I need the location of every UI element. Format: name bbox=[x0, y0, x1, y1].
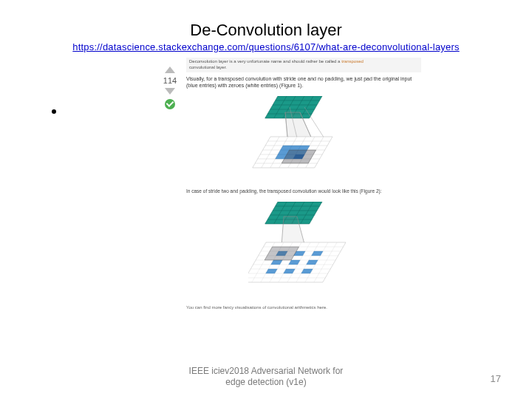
answer-end-text: You can find more fancy visualisations o… bbox=[186, 305, 421, 311]
figure-2-caption: In case of stride two and padding, the t… bbox=[186, 188, 421, 194]
answer-content: 114 Deconvolution layer is a very unfort… bbox=[163, 58, 421, 311]
footer-text: IEEE iciev2018 Adversarial Network for e… bbox=[0, 366, 532, 387]
answer-paragraph-1: Visually, for a transposed convolution w… bbox=[186, 75, 421, 89]
slide-title: De-Convolution layer bbox=[0, 21, 532, 40]
vote-count: 114 bbox=[159, 76, 181, 85]
source-link[interactable]: https://datascience.stackexchange.com/qu… bbox=[0, 41, 532, 52]
upvote-icon[interactable] bbox=[165, 66, 175, 73]
page-number: 17 bbox=[491, 373, 501, 384]
footer-line-2: edge detection (v1e) bbox=[225, 377, 306, 387]
answer-intro: Deconvolution layer is a very unfortunat… bbox=[186, 58, 421, 72]
figure-1 bbox=[186, 96, 421, 181]
vote-column: 114 bbox=[159, 65, 181, 109]
bullet-point bbox=[52, 109, 56, 114]
intro-highlight: transposed bbox=[341, 59, 364, 64]
accepted-check-icon bbox=[165, 99, 175, 109]
intro-text-a: Deconvolution layer is a very unfortunat… bbox=[189, 59, 341, 64]
downvote-icon[interactable] bbox=[165, 88, 175, 95]
figure-2 bbox=[186, 202, 421, 298]
answer-body: Deconvolution layer is a very unfortunat… bbox=[186, 58, 421, 311]
intro-text-c: convolutional layer. bbox=[189, 65, 227, 69]
footer-line-1: IEEE iciev2018 Adversarial Network for bbox=[189, 366, 344, 376]
